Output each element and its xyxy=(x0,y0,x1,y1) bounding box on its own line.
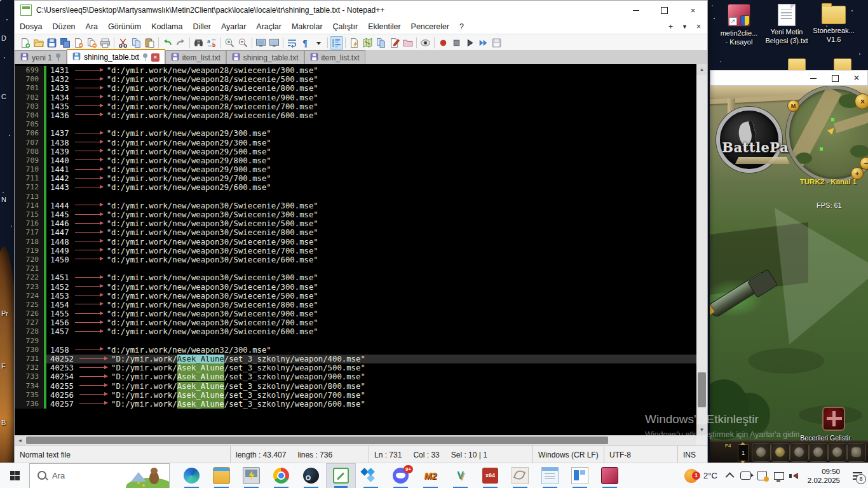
copy-icon[interactable] xyxy=(130,36,143,50)
hotbar-slot-horse[interactable] xyxy=(752,443,771,462)
zoom-in-icon[interactable] xyxy=(223,36,236,50)
clone-document-icon[interactable] xyxy=(374,36,388,50)
view-monitor-icon[interactable] xyxy=(419,36,432,50)
new-tab-button[interactable]: + xyxy=(668,22,673,31)
macro-record-icon[interactable] xyxy=(437,36,450,50)
vertical-scroll-thumb[interactable] xyxy=(698,372,706,407)
taskbar-app-edge[interactable] xyxy=(177,463,207,488)
tab-item-list-txt[interactable]: item_list.txt xyxy=(304,50,365,64)
shortcut-mapper-icon[interactable] xyxy=(348,36,361,50)
open-file-icon[interactable] xyxy=(32,36,45,50)
tray-meet-now-icon[interactable] xyxy=(738,463,754,488)
scroll-up-button[interactable]: ▲ xyxy=(696,64,707,75)
taskbar-app-discord[interactable]: 9+ xyxy=(386,463,416,488)
word-wrap-icon[interactable] xyxy=(285,36,299,50)
game-close-button[interactable]: × xyxy=(846,71,867,86)
close-all-icon[interactable] xyxy=(85,36,98,50)
project-panel-icon[interactable] xyxy=(401,36,414,50)
minimize-button[interactable] xyxy=(621,1,650,20)
toolbar-dropdown-icon[interactable] xyxy=(312,36,325,50)
tray-expand-button[interactable] xyxy=(724,463,738,488)
hotbar-slot-face-2[interactable] xyxy=(809,443,828,462)
tab-shining-table-txt[interactable]: shining_table.txt× xyxy=(67,49,165,64)
horizontal-scrollbar[interactable]: ◄ ► xyxy=(15,435,707,445)
menu-kodlama[interactable]: Kodlama xyxy=(146,20,187,34)
desktop-icon-metin2client-shortcut[interactable]: ↗metin2clie...- Kısayol xyxy=(716,4,762,46)
document-map-icon[interactable] xyxy=(361,36,374,50)
horizontal-scroll-thumb[interactable] xyxy=(26,437,608,444)
print-icon[interactable] xyxy=(98,36,112,50)
taskbar-app-notepad-plus-plus[interactable] xyxy=(326,463,356,488)
game-titlebar[interactable]: × xyxy=(710,70,868,86)
taskbar-app-v-app[interactable]: V xyxy=(445,463,475,488)
tab-item-list-txt[interactable]: item_list.txt xyxy=(165,50,226,64)
tab-yeni-1[interactable]: yeni 1 xyxy=(15,50,67,64)
start-button[interactable] xyxy=(0,463,29,488)
taskbar-app-chrome[interactable] xyxy=(266,463,296,488)
hotbar-slot-face-3[interactable] xyxy=(828,443,847,462)
undo-icon[interactable] xyxy=(161,36,174,50)
game-hotbar[interactable]: F4 1 xyxy=(710,440,868,463)
hotbar-page-selector[interactable]: 1 xyxy=(738,444,749,461)
taskbar-clock[interactable]: 09:50 2.02.2025 xyxy=(804,467,846,485)
menu-ara[interactable]: Ara xyxy=(81,20,103,34)
macro-save-icon[interactable] xyxy=(490,36,503,50)
taskbar-search-box[interactable]: Ara xyxy=(29,463,170,488)
paste-icon[interactable] xyxy=(143,36,156,50)
weather-widget[interactable]: 1 2°C xyxy=(678,469,724,483)
save-icon[interactable] xyxy=(45,36,58,50)
cut-icon[interactable] xyxy=(116,36,130,50)
desktop-icon-text-document[interactable]: Yeni MetinBelgesi (3).txt xyxy=(764,4,810,45)
hotbar-slot-coin[interactable] xyxy=(771,443,790,462)
notification-center-button[interactable]: 8 xyxy=(846,463,868,488)
notepad-titlebar[interactable]: C:\Users\leeq5\Desktop\Martysamwslık\Met… xyxy=(15,1,707,20)
macro-run-multiple-icon[interactable] xyxy=(477,36,490,50)
game-maximize-button[interactable] xyxy=(824,71,846,86)
game-minimize-button[interactable] xyxy=(803,71,824,86)
minimap-close-button[interactable]: × xyxy=(855,93,868,109)
menu-makrolar[interactable]: Makrolar xyxy=(287,20,328,34)
tray-volume-muted-icon[interactable]: × xyxy=(787,463,804,488)
taskbar-app-steam[interactable] xyxy=(296,463,326,488)
menu-dosya[interactable]: Dosya xyxy=(15,20,47,34)
text-editor[interactable]: 6991431"d:/ymir.work/new/weapon28/swiece… xyxy=(15,64,707,435)
hotbar-slot-gear[interactable] xyxy=(847,443,866,462)
menu-araçlar[interactable]: Araçlar xyxy=(251,20,287,34)
menu-diller[interactable]: Diller xyxy=(187,20,215,34)
replace-icon[interactable]: ab xyxy=(205,36,219,50)
taskbar-app-metin2[interactable]: M2 xyxy=(416,463,445,488)
vertical-scrollbar[interactable]: ▲ ▼ xyxy=(696,64,707,435)
show-all-chars-icon[interactable]: ¶ xyxy=(299,36,312,50)
taskbar-app-game-installer[interactable] xyxy=(236,463,266,488)
menu-düzen[interactable]: Düzen xyxy=(47,20,80,34)
menu-çalıştır[interactable]: Çalıştır xyxy=(328,20,363,34)
tab-list-button[interactable]: ▼ xyxy=(682,24,688,30)
menu-görünüm[interactable]: Görünüm xyxy=(103,20,146,34)
new-file-icon[interactable] xyxy=(18,36,32,50)
tab-close-icon[interactable]: × xyxy=(151,53,159,62)
close-tab-button[interactable]: × xyxy=(696,22,701,31)
scroll-left-button[interactable]: ◄ xyxy=(15,435,25,445)
scroll-down-button[interactable]: ▼ xyxy=(696,424,707,435)
taskbar-app-file-explorer[interactable] xyxy=(207,463,236,488)
tray-network-icon[interactable] xyxy=(771,463,787,488)
sync-horizontal-icon[interactable] xyxy=(268,36,281,50)
close-button[interactable]: × xyxy=(679,1,707,20)
taskbar-app-anime-app[interactable] xyxy=(595,463,625,488)
close-icon[interactable] xyxy=(72,36,85,50)
minimap-m-button[interactable]: M xyxy=(787,100,799,112)
maximize-button[interactable] xyxy=(650,1,679,20)
macro-stop-icon[interactable] xyxy=(450,36,463,50)
menu-ayarlar[interactable]: Ayarlar xyxy=(216,20,251,34)
redo-icon[interactable] xyxy=(174,36,187,50)
desktop-icon-folder[interactable]: Stonebreak...V1.6 xyxy=(811,4,857,44)
taskbar-app-blue-tiles-app[interactable] xyxy=(356,463,386,488)
tab-shining-table-txt[interactable]: shining_table.txt xyxy=(226,50,304,64)
tray-photos-icon[interactable] xyxy=(754,463,771,488)
hotbar-slot-face-1[interactable] xyxy=(790,443,809,462)
macro-play-icon[interactable] xyxy=(463,36,477,50)
taskbar-app-x64dbg[interactable]: x64 xyxy=(475,463,505,488)
taskbar-app-panel-app[interactable] xyxy=(565,463,595,488)
zoom-out-icon[interactable] xyxy=(236,36,250,50)
indent-guides-icon[interactable] xyxy=(330,36,343,50)
